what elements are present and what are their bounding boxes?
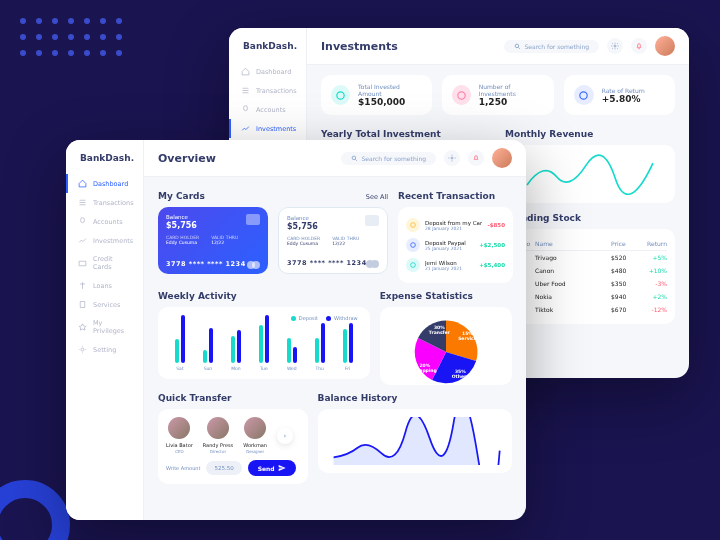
nav-icon [78, 236, 87, 245]
svg-point-9 [411, 263, 416, 268]
sidebar-item-transactions[interactable]: Transactions [66, 193, 143, 212]
page-title: Investments [321, 40, 496, 53]
table-row[interactable]: 02.Canon$480+10% [513, 264, 667, 277]
nav-icon [78, 281, 87, 290]
table-row[interactable]: 01.Trivago$520+5% [513, 251, 667, 264]
page-title: Overview [158, 152, 333, 165]
section-weekly: Weekly Activity [158, 291, 370, 301]
nav-icon [78, 300, 87, 309]
section-mycards: My Cards [158, 191, 205, 201]
avatar[interactable] [492, 148, 512, 168]
svg-point-7 [411, 223, 416, 228]
legend-item: Deposit [291, 315, 318, 321]
section-monthly: Monthly Revenue [505, 129, 675, 139]
avatar [244, 417, 266, 439]
transaction-icon [406, 218, 420, 232]
stat-icon [578, 90, 589, 101]
gear-icon [611, 42, 619, 50]
avatar [168, 417, 190, 439]
section-recent: Recent Transaction [398, 191, 513, 201]
search-input[interactable]: Search for something [341, 152, 436, 165]
amount-input[interactable]: 525.50 [206, 461, 241, 475]
transaction-item[interactable]: Jemi Wilson21 January 2021+$5,400 [406, 255, 505, 275]
legend-item: Withdraw [326, 315, 358, 321]
transaction-item[interactable]: Deposit Paypal25 January 2021+$2,500 [406, 235, 505, 255]
svg-point-1 [614, 45, 616, 47]
send-button[interactable]: Send [248, 460, 296, 476]
sidebar-item-services[interactable]: Services [66, 295, 143, 314]
sidebar-item-accounts[interactable]: Accounts [229, 100, 306, 119]
search-icon [514, 43, 521, 50]
stat-icon [335, 90, 346, 101]
section-yearly: Yearly Total Investment [321, 129, 491, 139]
sidebar-item-transactions[interactable]: Transactions [229, 81, 306, 100]
sidebar-item-dashboard[interactable]: Dashboard [229, 62, 306, 81]
bar-group: Thu [315, 323, 325, 371]
sidebar: BankDash. DashboardTransactionsAccountsI… [66, 140, 144, 520]
table-row[interactable]: 04.Nokia$940+2% [513, 290, 667, 303]
decoration-dots [20, 18, 122, 56]
transaction-icon [406, 258, 420, 272]
quick-transfer: Livia BatorCEORandy PressDirectorWorkman… [158, 409, 308, 484]
monthly-chart [505, 145, 675, 203]
sidebar-item-investments[interactable]: Investments [66, 231, 143, 250]
avatar [207, 417, 229, 439]
nav-icon [78, 259, 87, 268]
nav-icon [241, 86, 250, 95]
sidebar-item-credit-cards[interactable]: Credit Cards [66, 250, 143, 276]
credit-card-secondary[interactable]: Balance$5,756 CARD HOLDEREddy CusumaVALI… [278, 207, 388, 274]
notifications-button[interactable] [468, 150, 484, 166]
credit-card-primary[interactable]: Balance$5,756 CARD HOLDEREddy CusumaVALI… [158, 207, 268, 274]
next-button[interactable]: › [277, 428, 293, 444]
svg-point-5 [352, 156, 356, 160]
bar-group: Mon [231, 330, 241, 371]
bar-group: Sat [175, 315, 185, 371]
nav-icon [78, 179, 87, 188]
bar-group: Wed [287, 338, 297, 371]
sidebar-item-accounts[interactable]: Accounts [66, 212, 143, 231]
section-expense: Expense Statistics [380, 291, 512, 301]
notifications-button[interactable] [631, 38, 647, 54]
svg-point-6 [451, 157, 453, 159]
search-input[interactable]: Search for something [504, 40, 599, 53]
transaction-list: Deposit from my Card28 January 2021-$850… [398, 207, 513, 283]
transaction-item[interactable]: Deposit from my Card28 January 2021-$850 [406, 215, 505, 235]
section-trending: Trending Stock [505, 213, 675, 223]
section-balance: Balance History [318, 393, 512, 403]
brand-logo[interactable]: BankDash. [229, 40, 306, 62]
sidebar-item-dashboard[interactable]: Dashboard [66, 174, 143, 193]
svg-point-0 [515, 44, 519, 48]
header: Investments Search for something [307, 28, 689, 65]
table-row[interactable]: 05.Tiktok$670-12% [513, 303, 667, 316]
transfer-contact[interactable]: Randy PressDirector [203, 417, 233, 454]
balance-chart [318, 409, 512, 473]
stat-card: Number of Investments1,250 [442, 75, 553, 115]
see-all-link[interactable]: See All [366, 193, 388, 201]
chip-icon [365, 215, 379, 226]
stat-card: Rate of Return+5.80% [564, 75, 675, 115]
svg-point-2 [337, 91, 344, 98]
transfer-contact[interactable]: WorkmanDesigner [243, 417, 267, 454]
send-icon [278, 464, 286, 472]
nav-icon [241, 124, 250, 133]
chip-icon [246, 214, 260, 225]
trending-table: SL NoNamePriceReturn 01.Trivago$520+5%02… [505, 229, 675, 324]
table-row[interactable]: 03.Uber Food$350-3% [513, 277, 667, 290]
sidebar-item-setting[interactable]: Setting [66, 340, 143, 359]
transfer-contact[interactable]: Livia BatorCEO [166, 417, 193, 454]
svg-point-8 [411, 243, 416, 248]
sidebar-item-loans[interactable]: Loans [66, 276, 143, 295]
nav-icon [78, 198, 87, 207]
brand-logo[interactable]: BankDash. [66, 152, 143, 174]
nav-icon [78, 323, 87, 332]
decoration-ring [0, 480, 70, 540]
settings-button[interactable] [444, 150, 460, 166]
nav-icon [78, 345, 87, 354]
gear-icon [448, 154, 456, 162]
sidebar-item-my-privileges[interactable]: My Privileges [66, 314, 143, 340]
card-network-icon [366, 260, 379, 268]
sidebar-item-investments[interactable]: Investments [229, 119, 306, 138]
settings-button[interactable] [607, 38, 623, 54]
avatar[interactable] [655, 36, 675, 56]
search-icon [351, 155, 358, 162]
